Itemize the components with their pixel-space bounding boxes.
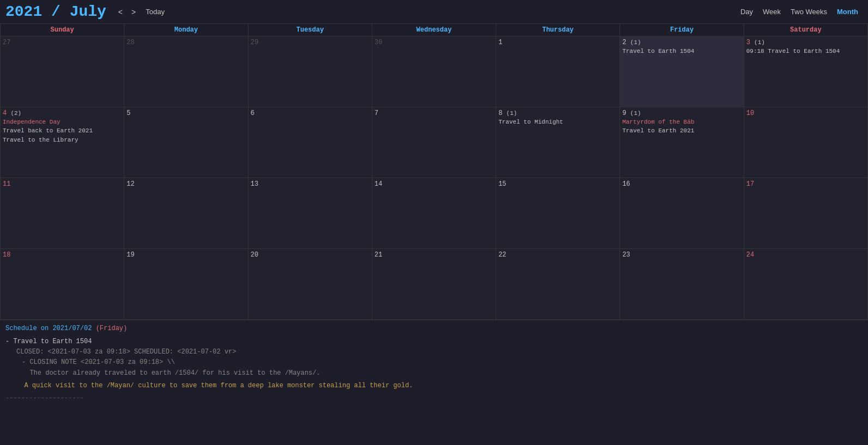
- day-cell-jul3[interactable]: 3 (1) 09:18 Travel to Earth 1504: [744, 36, 867, 107]
- sunday-header: Sunday: [1, 24, 124, 36]
- event-travel-library: Travel to the Library: [3, 136, 122, 144]
- monday-header: Monday: [124, 24, 248, 36]
- schedule-description: A quick visit to the /Mayan/ culture to …: [16, 381, 863, 391]
- day-cell-jul16[interactable]: 16: [620, 178, 744, 249]
- thursday-header: Thursday: [496, 24, 620, 36]
- today-button[interactable]: Today: [141, 7, 169, 17]
- day-cell-jul12[interactable]: 12: [124, 178, 248, 249]
- week-view-button[interactable]: Week: [758, 7, 785, 17]
- day-cell-jul6[interactable]: 6: [248, 107, 372, 178]
- event-travel-earth-1504-jul2: Travel to Earth 1504: [622, 47, 741, 56]
- event-travel-earth-1504-jul3: 09:18 Travel to Earth 1504: [746, 47, 865, 56]
- day-cell-jul9[interactable]: 9 (1) Martyrdom of the Báb Travel to Ear…: [620, 107, 744, 178]
- day-cell-jul19[interactable]: 19: [124, 249, 248, 320]
- two-weeks-view-button[interactable]: Two Weeks: [786, 7, 831, 17]
- day-cell-jul17[interactable]: 17: [744, 178, 867, 249]
- next-button[interactable]: >: [128, 7, 139, 17]
- day-cell-jul1[interactable]: 1: [496, 36, 620, 107]
- day-cell-jul14[interactable]: 14: [372, 178, 496, 249]
- schedule-closing-note-body: The doctor already traveled to earth /15…: [22, 368, 863, 379]
- day-cell-jun29[interactable]: 29: [248, 36, 372, 107]
- day-cell-jul21[interactable]: 21: [372, 249, 496, 320]
- day-cell-jul2[interactable]: 2 (1) Travel to Earth 1504: [620, 36, 744, 107]
- wednesday-header: Wednesday: [372, 24, 496, 36]
- schedule-item-meta: CLOSED: <2021-07-03 za 09:18> SCHEDULED:…: [16, 347, 863, 357]
- schedule-title: Schedule on 2021/07/02 (Friday): [5, 325, 863, 332]
- prev-button[interactable]: <: [115, 7, 126, 17]
- day-headers-row: Sunday Monday Tuesday Wednesday Thursday…: [1, 24, 868, 36]
- event-travel-midnight: Travel to Midnight: [498, 118, 617, 126]
- day-cell-jul20[interactable]: 20: [248, 249, 372, 320]
- schedule-closing-note-header: - CLOSING NOTE <2021-07-03 za 09:18> \\: [22, 357, 863, 368]
- day-cell-jun28[interactable]: 28: [124, 36, 248, 107]
- week-row-4: 18 19 20 21 22 23 24: [1, 249, 868, 320]
- calendar-title: 2021 / July: [5, 3, 106, 20]
- day-cell-jul13[interactable]: 13: [248, 178, 372, 249]
- schedule-panel: Schedule on 2021/07/02 (Friday) - Travel…: [0, 320, 868, 406]
- friday-header: Friday: [620, 24, 744, 36]
- day-cell-jul10[interactable]: 10: [744, 107, 867, 178]
- day-cell-jul22[interactable]: 22: [496, 249, 620, 320]
- nav-controls: < > Today: [115, 7, 169, 17]
- day-cell-jul24[interactable]: 24: [744, 249, 867, 320]
- day-cell-jul5[interactable]: 5: [124, 107, 248, 178]
- saturday-header: Saturday: [744, 24, 867, 36]
- view-selector: Day Week Two Weeks Month: [736, 7, 863, 17]
- month-view-button[interactable]: Month: [833, 7, 863, 17]
- day-cell-jul23[interactable]: 23: [620, 249, 744, 320]
- day-cell-jul15[interactable]: 15: [496, 178, 620, 249]
- day-cell-jun30[interactable]: 30: [372, 36, 496, 107]
- day-number: 27: [3, 39, 122, 46]
- day-cell-jun27[interactable]: 27: [1, 36, 124, 107]
- calendar-table: Sunday Monday Tuesday Wednesday Thursday…: [0, 23, 868, 320]
- event-travel-back-earth-2021: Travel back to Earth 2021: [3, 127, 122, 135]
- schedule-item-1: - Travel to Earth 1504 CLOSED: <2021-07-…: [5, 337, 863, 391]
- day-cell-jul7[interactable]: 7: [372, 107, 496, 178]
- month-label: July: [70, 3, 106, 20]
- event-travel-earth-2021-jul9: Travel to Earth 2021: [622, 127, 741, 135]
- schedule-item-title: - Travel to Earth 1504: [5, 337, 863, 347]
- calendar-header: 2021 / July < > Today Day Week Two Weeks…: [0, 0, 868, 23]
- slash-label: /: [42, 3, 69, 20]
- week-row-2: 4 (2) Independence Day Travel back to Ea…: [1, 107, 868, 178]
- day-cell-jul8[interactable]: 8 (1) Travel to Midnight: [496, 107, 620, 178]
- day-cell-jul11[interactable]: 11: [1, 178, 124, 249]
- separator: --------------------: [5, 394, 863, 402]
- year-label: 2021: [5, 3, 42, 20]
- day-view-button[interactable]: Day: [736, 7, 757, 17]
- day-cell-jul18[interactable]: 18: [1, 249, 124, 320]
- week-row-3: 11 12 13 14 15 16 17: [1, 178, 868, 249]
- event-independence-day: Independence Day: [3, 118, 122, 126]
- day-cell-jul4[interactable]: 4 (2) Independence Day Travel back to Ea…: [1, 107, 124, 178]
- tuesday-header: Tuesday: [248, 24, 372, 36]
- week-row-1: 27 28 29 30 1 2 (1) Travel to Earth 1504…: [1, 36, 868, 107]
- event-martyrdom-bab: Martyrdom of the Báb: [622, 118, 741, 126]
